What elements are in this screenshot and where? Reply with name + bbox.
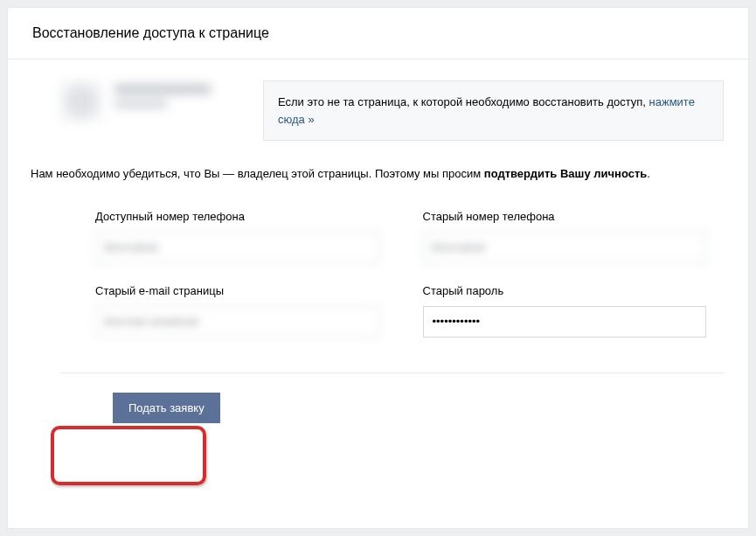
- old-password-label: Старый пароль: [423, 284, 707, 297]
- old-password-group: Старый пароль: [423, 284, 707, 338]
- old-phone-input[interactable]: [423, 232, 707, 263]
- instruction-bold: подтвердить Вашу личность: [484, 167, 647, 180]
- footer: Подать заявку: [60, 373, 724, 442]
- avatar: [60, 80, 102, 122]
- profile-text: [114, 80, 211, 108]
- info-text: Если это не та страница, к которой необх…: [278, 95, 649, 108]
- old-email-label: Старый e-mail страницы: [95, 284, 379, 297]
- restore-access-card: Восстановление доступа к странице Если э…: [7, 7, 749, 529]
- page-title: Восстановление доступа к странице: [32, 25, 724, 41]
- form-grid: Доступный номер телефона Старый номер те…: [95, 210, 706, 338]
- profile-name-placeholder: [114, 84, 211, 94]
- instruction-prefix: Нам необходимо убедиться, что Вы — владе…: [31, 167, 484, 180]
- submit-button[interactable]: Подать заявку: [113, 393, 220, 423]
- wrong-page-info: Если это не та страница, к которой необх…: [263, 80, 724, 141]
- old-phone-label: Старый номер телефона: [423, 210, 707, 223]
- instruction-suffix: .: [647, 167, 650, 180]
- profile-info-row: Если это не та страница, к которой необх…: [60, 80, 724, 141]
- available-phone-group: Доступный номер телефона: [95, 210, 379, 263]
- profile-block: [60, 80, 211, 122]
- card-header: Восстановление доступа к странице: [8, 8, 748, 59]
- old-phone-group: Старый номер телефона: [423, 210, 707, 263]
- profile-subtext-placeholder: [114, 100, 167, 108]
- card-body: Если это не та страница, к которой необх…: [8, 59, 748, 442]
- old-email-group: Старый e-mail страницы: [95, 284, 379, 338]
- old-email-input[interactable]: [95, 306, 379, 338]
- instruction-text: Нам необходимо убедиться, что Вы — владе…: [31, 165, 724, 184]
- available-phone-label: Доступный номер телефона: [95, 210, 379, 223]
- available-phone-input[interactable]: [95, 232, 379, 263]
- old-password-input[interactable]: [423, 306, 707, 338]
